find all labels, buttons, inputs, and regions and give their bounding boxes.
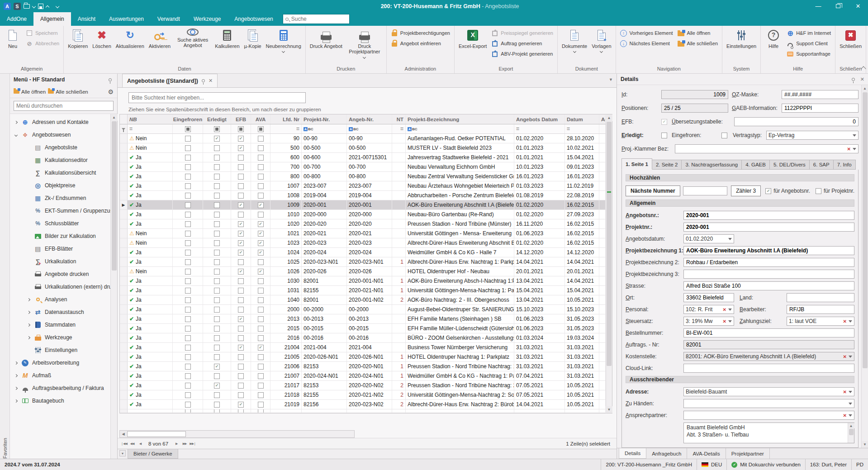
efb-checkbox[interactable] (238, 307, 244, 313)
ava-checkbox[interactable] (258, 326, 264, 332)
zahlungsziel-select[interactable]: 1: laut VOE✕ (787, 317, 854, 326)
scroll-up-icon[interactable]: ▲ (862, 85, 868, 92)
ribbon-button-kopie[interactable]: µ-Kopie (242, 27, 264, 62)
table-row[interactable]: ✔Ja201300-201300-2013EFH Familie Martens… (120, 314, 606, 324)
table-row[interactable]: ✔Ja10082019-0042019-004Abbrucharbeiten -… (120, 191, 606, 200)
column-header-ad[interactable]: Ad (599, 114, 606, 124)
sidebar-item-objektpreise[interactable]: ◎Objektpreise (10, 179, 110, 192)
sidebar-item-stammdaten[interactable]: Stammdaten (10, 318, 110, 331)
gear-icon[interactable]: ⚙ (108, 88, 114, 95)
e1-checkbox[interactable] (185, 288, 191, 294)
sidebar-item-bilder-zur-kalkulation[interactable]: Bilder zur Kalkulation (10, 230, 110, 242)
e2-checkbox[interactable] (214, 250, 220, 256)
ribbon-button-kalkulieren[interactable]: Kalkulieren (213, 27, 242, 62)
details-bottom-tab-details[interactable]: Details (619, 448, 646, 459)
efb-checkbox[interactable] (238, 326, 244, 332)
close-all-button[interactable]: Alle schließen (48, 89, 88, 95)
kostenstelle-select[interactable]: 82001: AOK-Büro Erweiterung Abschnitt I.… (683, 352, 854, 361)
ava-checkbox[interactable] (258, 297, 264, 303)
ribbon-button-vorlagen[interactable]: ✦Vorlagen (589, 27, 613, 62)
table-row[interactable]: ⚠Nein10262020-0262020-026HOTEL Oldentrup… (120, 267, 606, 276)
scrollbar-thumb[interactable] (127, 431, 186, 437)
e2-checkbox[interactable] (214, 402, 220, 408)
e1-checkbox[interactable] (185, 278, 191, 284)
table-row[interactable]: ✔Ja200000-200000-2000August-Bebel-Oldent… (120, 305, 606, 314)
filter-cell-nt[interactable]: = (392, 124, 406, 133)
scroll-down-icon[interactable]: ▼ (606, 406, 612, 413)
efb-checkbox[interactable] (238, 278, 244, 284)
table-row[interactable]: ✔Ja80000-80000-800Neubau Zentral Verwalt… (120, 172, 606, 181)
sidebar-item-bautagebuch[interactable]: Bautagebuch (10, 394, 110, 407)
ribbon-button-druck-projektpartner[interactable]: Druck Projektpartner (345, 27, 384, 62)
filter-cell-projekt-nr[interactable]: ABC (302, 124, 347, 133)
efb-checkbox[interactable] (238, 373, 244, 379)
scroll-up-icon[interactable]: ▲ (606, 114, 612, 121)
e2-checkbox[interactable] (214, 202, 220, 208)
efb-checkbox[interactable] (238, 392, 244, 398)
personal-select[interactable]: 102: R. Frit✕ (683, 305, 734, 314)
e1-checkbox[interactable] (185, 240, 191, 246)
ribbon-button-angebot-einfrieren[interactable]: Angebot einfrieren (389, 39, 451, 47)
efb-checkbox[interactable] (238, 364, 244, 370)
sidebar-item-angebote-drucken[interactable]: Angebote drucken (10, 268, 110, 280)
efb-checkbox[interactable] (238, 383, 244, 389)
filter-cell-datum[interactable]: = (565, 124, 599, 133)
e1-checkbox[interactable] (185, 316, 191, 322)
column-header-eingefroren[interactable]: Eingefroren (173, 114, 203, 124)
ribbon-button-aktivieren[interactable]: ➜Aktivieren (147, 27, 173, 62)
sidebar-item-arbeitsvorbereitung[interactable]: ✎Arbeitsvorbereitung (10, 356, 110, 369)
sidebar-item-datenaustausch[interactable]: ⇄Datenaustausch (10, 306, 110, 318)
details-tab-1-seite-1[interactable]: 1. Seite 1 (621, 158, 652, 170)
e1-checkbox[interactable] (185, 345, 191, 351)
sidebar-item-adressen-und-kontakte[interactable]: ⊕Adressen und Kontakte (10, 116, 110, 128)
angebotsdatum-select[interactable]: 01.02.2020 (683, 234, 734, 243)
efb-checkbox[interactable] (238, 193, 244, 199)
e2-checkbox[interactable] (214, 316, 220, 322)
sidebar-item-kalkulationsuebersicht[interactable]: ∑Kalkulationsübersicht (10, 166, 110, 179)
tab-angebotsliste[interactable]: Angebotsliste ([Standard]) ✕ (122, 74, 218, 87)
e2-checkbox[interactable] (214, 383, 220, 389)
ava-checkbox[interactable] (258, 402, 264, 408)
scrollbar-thumb[interactable] (607, 122, 612, 366)
e2-checkbox[interactable] (214, 269, 220, 275)
table-row[interactable]: ✔Ja10102020-0002020-000Neubau-Büro Garte… (120, 210, 606, 219)
ribbon-button-abv-projekt-generieren[interactable]: ABV-Projekt generieren (490, 50, 555, 58)
table-row[interactable]: ✔Ja1031821552020-021-N011Universität Göt… (120, 286, 606, 295)
sidebar-item-aufma[interactable]: MAufmaß (10, 369, 110, 382)
ribbon-button-neu[interactable]: Neu (2, 27, 24, 62)
close-button[interactable]: ✕ (848, 0, 868, 12)
e2-checkbox[interactable] (214, 288, 220, 294)
e2-checkbox[interactable] (214, 231, 220, 237)
ava-checkbox[interactable] (258, 174, 264, 180)
filter-cell-erledigt[interactable] (203, 124, 231, 133)
sidebar-item-schlussblaetter[interactable]: %Schlussblätter (10, 217, 110, 230)
table-row[interactable]: ✔Ja60000-6002021-00715301Jahresvertrag S… (120, 153, 606, 162)
grid-horizontal-scrollbar[interactable]: ◀ (119, 430, 355, 438)
table-row[interactable]: ✔Ja201600-201600-2016BÜRO - ZOOM Gelsenk… (120, 333, 606, 343)
scroll-left-icon[interactable]: ◀ (120, 431, 127, 437)
sidebar-item-angebotsliste[interactable]: ▤Angebotsliste (10, 141, 110, 154)
ansprechpartner-select[interactable]: ✕ (683, 411, 854, 420)
e1-checkbox[interactable] (185, 250, 191, 256)
close-tab-icon[interactable]: ✕ (209, 78, 213, 84)
close-panel-icon[interactable]: ✕ (860, 76, 864, 82)
efb-checkbox[interactable] (238, 335, 244, 341)
efb-checkbox[interactable] (238, 202, 244, 208)
ribbon-button-neuberechnung[interactable]: Neuberechnung (264, 27, 304, 62)
e2-checkbox[interactable] (214, 221, 220, 227)
column-header-angeb-nr[interactable]: Angeb-Nr. (347, 114, 392, 124)
fuer-angebotsnr-checkbox[interactable] (765, 188, 771, 194)
filter-cell-angeb-nr[interactable]: ABC (347, 124, 392, 133)
grid-vertical-scrollbar[interactable]: ▲ ▼ (606, 114, 612, 413)
cloud-link-field[interactable] (683, 364, 854, 373)
ava-checkbox[interactable] (258, 221, 264, 227)
e2-checkbox[interactable] (214, 335, 220, 341)
table-row[interactable]: ✔Ja210052020-026-N012020-026-N011HOTEL O… (120, 352, 606, 362)
ribbon-button-auftrag-generieren[interactable]: Auftrag generieren (490, 39, 555, 47)
table-row[interactable]: ✔Ja21017821532020-020-N022Preussen Stadi… (120, 381, 606, 390)
efb-checkbox[interactable] (238, 297, 244, 303)
last-page-button[interactable]: ▶▶❘ (189, 440, 196, 447)
e1-checkbox[interactable] (185, 364, 191, 370)
naechste-nummer-field[interactable] (683, 186, 728, 195)
efb-checkbox[interactable] (238, 136, 244, 142)
